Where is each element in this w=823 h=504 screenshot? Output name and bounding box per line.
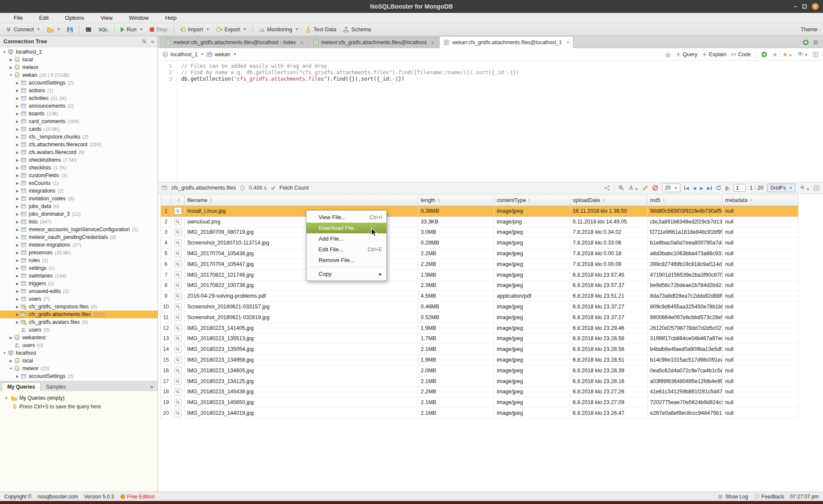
table-row[interactable]: 8 IMG_20170822_100736.jpg 2.3MB image/jp… [161,281,799,291]
edition-badge[interactable]: Free Edition [120,494,155,500]
fetch-count-label[interactable]: Fetch Count [279,185,309,191]
expand-icon[interactable]: ▶ [15,151,20,154]
expand-icon[interactable]: ▶ [15,143,20,147]
tree-item-users[interactable]: ▶ users (7) [0,295,158,303]
expand-icon[interactable]: ▶ [15,282,20,286]
table-row[interactable]: 9 2016-04-29-solving-problems.pdf 4.5MB … [161,291,799,302]
tree-item-localhost-1[interactable]: ▼ localhost_1 [0,48,158,56]
sql-button[interactable]: SQL [95,24,111,35]
preview-file-icon[interactable] [174,377,182,385]
view-mode-select[interactable]: GridFs▼ [767,184,796,192]
tree-item-meteor-oauth-pendingcredentials[interactable]: ▶ meteor_oauth_pendingCredentials (0) [0,233,158,241]
preview-file-icon[interactable] [174,388,182,395]
expand-icon[interactable]: ▶ [8,66,14,69]
visibility-menu-icon[interactable]: ▼ [797,51,808,57]
tree-item-integrations[interactable]: ▶ integrations (2) [0,187,158,195]
document-tab[interactable]: wekan:cfs_gridfs.attachments.files@local… [439,36,574,48]
menu-edit[interactable]: Edit [27,12,53,23]
grid-view-icon[interactable] [814,185,820,191]
tree-item-invitation-codes[interactable]: ▶ invitation_codes (6) [0,195,158,202]
table-row[interactable]: 12 IMG_20180223_141405.jpg 1.9MB image/j… [161,323,799,334]
tree-item-jobs-data[interactable]: ▶ jobs_data (0) [0,202,158,210]
tree-item-cfs-attachments-filerecord[interactable]: ▶ cfs.attachments.filerecord (224) [0,141,158,148]
query-button[interactable]: Query [676,51,697,57]
tree-item-localhost[interactable]: ▼ localhost [0,349,158,357]
menu-file[interactable]: File [2,12,27,23]
tree-item-settings[interactable]: ▶ settings (1) [0,264,158,272]
expand-icon[interactable]: ▶ [15,228,20,232]
tree-item-cfs-tempstore-chunks[interactable]: ▶ cfs._tempstore.chunks (2) [0,133,158,141]
expand-icon[interactable]: ▶ [15,251,20,255]
zoom-icon[interactable] [618,185,624,191]
tree-item-announcements[interactable]: ▶ announcements (1) [0,102,158,110]
expand-icon[interactable]: ▶ [15,120,20,124]
collapse-icon[interactable]: ▼ [2,351,7,355]
tree-item-cfs-avatars-filerecord[interactable]: ▶ cfs.avatars.filerecord (9) [0,148,158,156]
menu-item-edit-file[interactable]: Edit File... Ctrl+E [307,244,386,255]
preview-file-icon[interactable] [174,356,182,364]
preview-file-icon[interactable] [174,239,182,247]
menu-item-remove-file[interactable]: Remove File... [307,255,386,266]
editor-code[interactable]: // Files can be added easily with drag a… [177,61,823,182]
chevron-right-icon[interactable]: » [150,383,156,391]
next-page-icon[interactable]: ▶ [700,186,703,190]
close-tab-icon[interactable]: × [300,39,304,46]
expand-icon[interactable]: ▶ [15,290,20,293]
collapse-icon[interactable]: ▼ [8,73,14,77]
expand-icon[interactable]: ▶ [15,166,20,170]
tree-item-checklistitems[interactable]: ▶ checklistItems (7.5K) [0,156,158,164]
document-tab[interactable]: meteor:cfs_gridfs.attachments.files@loca… [161,37,308,48]
menu-item-copy[interactable]: Copy ▶ [307,269,386,279]
expand-icon[interactable]: ▶ [15,313,20,317]
preview-file-icon[interactable] [174,250,182,257]
my-queries-root[interactable]: ▼ My Queries (empty) [3,394,154,402]
import-button[interactable]: Import▼ [177,24,213,35]
expand-icon[interactable]: ▶ [15,81,20,85]
connect-button[interactable]: Connect▼ [3,24,43,35]
tree-item-activities[interactable]: ▶ activities (11.1K) [0,94,158,102]
preview-file-icon[interactable] [174,399,182,406]
tree-item-accountsettings[interactable]: ▶ accountSettings (2) [0,79,158,87]
table-row[interactable]: 11 Screenshot_20180621-032819.jpg 0.52MB… [161,312,799,323]
tree-item-escounts[interactable]: ▶ esCounts (1) [0,179,158,187]
tree-item-local[interactable]: ▶ local [0,56,158,63]
add-script-icon[interactable] [761,51,768,58]
breadcrumb-database[interactable]: wekan ▼ [207,51,237,57]
column-header-uploaddate[interactable]: uploadDate▲▼ [570,195,647,205]
tree-item-users[interactable]: users (0) [0,326,158,334]
expand-icon[interactable]: ▶ [15,235,20,239]
preview-file-icon[interactable] [174,282,182,289]
minimize-icon[interactable]: – [794,3,797,9]
tree-item-presences[interactable]: ▶ presences (33.6K) [0,249,158,257]
expand-icon[interactable]: ▶ [8,336,14,340]
preview-file-icon[interactable] [174,271,182,278]
tree-item-meteor-migrations[interactable]: ▶ meteor-migrations (27) [0,241,158,249]
expand-icon[interactable]: ▶ [15,259,20,263]
collapse-sidebar-icon[interactable]: « [151,38,154,45]
tree-item-cfs-gridfs-attachments-files[interactable]: ▶ cfs_gridfs.attachments.files (222) [0,311,158,318]
expand-icon[interactable]: ▶ [15,197,20,201]
first-page-icon[interactable]: ◀ [684,186,689,190]
schema-button[interactable]: Schema [340,24,374,35]
column-header-filename[interactable]: filename▲▼ [185,195,418,205]
preview-file-icon[interactable] [174,367,182,374]
preview-file-icon[interactable] [174,293,182,300]
tree-item-accountsettings[interactable]: ▶ accountSettings (2) [0,372,158,380]
menu-item-view-file[interactable]: View File... Ctrl+I [307,212,386,223]
close-tab-icon[interactable]: × [431,39,434,46]
tree-item-meteor-accounts-loginserviceconfiguration[interactable]: ▶ meteor_accounts_loginServiceConfigurat… [0,226,158,233]
table-row[interactable]: 19 IMG_20180223_145650.jpg 2.1MB image/j… [161,397,799,408]
table-row[interactable]: 15 IMG_20180223_134958.jpg 1.9MB image/j… [161,355,799,365]
expand-icon[interactable]: ▶ [15,205,20,208]
expand-icon[interactable]: ▶ [15,305,20,309]
preview-file-icon[interactable] [174,218,182,225]
preview-file-icon[interactable] [174,346,182,353]
tree-item-unsaved-edits[interactable]: ▶ unsaved-edits (3) [0,287,158,295]
collapse-icon[interactable]: ▼ [3,396,9,400]
menu-options[interactable]: Options [53,12,88,23]
tree-item-customfields[interactable]: ▶ customFields (2) [0,172,158,179]
search-icon[interactable] [142,39,147,44]
test-data-button[interactable]: Test Data [302,24,339,35]
expand-icon[interactable]: ▶ [15,189,20,193]
table-row[interactable]: 13 IMG_20180223_135513.jpg 1.7MB image/j… [161,334,799,344]
